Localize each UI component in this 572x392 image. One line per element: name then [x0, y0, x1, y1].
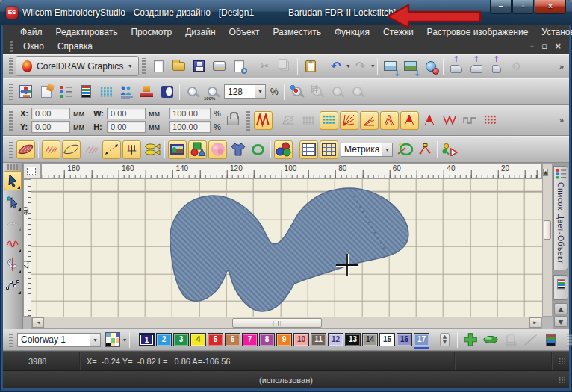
design-notes-button[interactable] [37, 82, 55, 101]
color-swatch-17[interactable]: 17 [414, 333, 429, 346]
cross-fill-button[interactable] [481, 111, 500, 130]
zoom-selection-button[interactable] [287, 82, 306, 101]
dropdown-arrow-icon[interactable]: ▾ [346, 63, 349, 69]
color-swatch-13[interactable]: 13 [345, 333, 361, 346]
new-design-button[interactable] [149, 57, 168, 75]
knife-tool[interactable] [4, 255, 22, 274]
zoom-tool-button[interactable] [183, 82, 202, 101]
title-bar[interactable]: ES Wilcom EmbroideryStudio - Создание ди… [0, 0, 572, 25]
edit-thread-button[interactable] [481, 331, 500, 349]
menu-item-справка[interactable]: Справка [51, 41, 99, 52]
mdi-close-button[interactable]: × [555, 40, 562, 53]
stitch-angles-tool[interactable] [122, 140, 141, 159]
color-swatch-15[interactable]: 15 [379, 333, 395, 346]
feather-edge-button[interactable] [420, 111, 439, 130]
dock-scroll-up-button[interactable]: ▲ [554, 303, 568, 314]
color-swatch-5[interactable]: 5 [208, 333, 223, 346]
measure-tool[interactable] [102, 140, 121, 159]
design-properties-button[interactable] [16, 82, 35, 101]
open-design-button[interactable] [170, 57, 188, 75]
hoop-wand-button[interactable] [395, 140, 414, 159]
toolbar-grip[interactable] [246, 110, 250, 131]
zoom-100-button[interactable]: 100% [203, 82, 222, 101]
color-swatch-4[interactable]: 4 [190, 333, 206, 346]
color-swatch-9[interactable]: 9 [276, 333, 292, 346]
satin-stitch-button[interactable] [254, 111, 273, 130]
toolbar-grip[interactable] [9, 140, 13, 158]
color-swatch-1[interactable]: 1 [139, 333, 155, 346]
print-button[interactable] [210, 57, 229, 75]
color-swatch-6[interactable]: 6 [225, 333, 240, 346]
show-grid-button[interactable] [299, 140, 318, 159]
print-preview-button[interactable] [230, 57, 249, 75]
fusion-fill-tool[interactable] [143, 140, 161, 159]
grid-units-input[interactable] [341, 144, 382, 155]
horizontal-scroll-thumb[interactable] [232, 318, 322, 328]
menu-item-файл[interactable]: Файл [13, 27, 49, 37]
menu-item-окно[interactable]: Окно [16, 41, 51, 52]
grid-units-dropdown-button[interactable]: ▾ [382, 143, 392, 156]
tab-color-object-list[interactable]: Список Цвет-Объект [553, 166, 568, 270]
height-field[interactable] [107, 121, 146, 133]
zoom-level-input[interactable] [225, 87, 255, 97]
scale-x-field[interactable] [169, 108, 211, 119]
toolbar-grip[interactable] [9, 110, 13, 131]
stamp-button[interactable] [137, 82, 156, 101]
color-swatch-7[interactable]: 7 [242, 333, 258, 346]
output-file-button[interactable]: ↑ [487, 57, 506, 75]
color-swatch-2[interactable]: 2 [156, 333, 172, 346]
reshape-tool[interactable] [4, 192, 22, 211]
zoom-dropdown-button[interactable]: ▾ [255, 85, 265, 98]
palette-editor-button[interactable] [103, 331, 122, 349]
thread-colors-button[interactable] [77, 82, 96, 101]
garment-tool[interactable] [229, 140, 247, 159]
menu-item-объект[interactable]: Объект [223, 27, 267, 37]
toolbar-grip[interactable] [9, 83, 13, 100]
menu-item-растровое-изображение[interactable]: Растровое изображение [420, 27, 535, 37]
insert-image-button[interactable]: ↓ [401, 57, 420, 75]
toolbar-overflow-chevron[interactable]: » [557, 116, 566, 125]
reshape-branch-button[interactable] [415, 140, 434, 159]
menu-item-дизайн[interactable]: Дизайн [178, 27, 222, 37]
zigzag-stitch-button[interactable] [441, 111, 459, 130]
menu-item-стежки[interactable]: Стежки [376, 27, 420, 37]
menu-item-разместить[interactable]: Разместить [266, 27, 328, 37]
menu-item-установка[interactable]: Установка [535, 27, 572, 37]
close-button[interactable]: × [535, 0, 566, 14]
radial-fill-button[interactable] [340, 111, 358, 130]
color-swatch-10[interactable]: 10 [293, 333, 309, 346]
team-names-button[interactable] [117, 82, 136, 101]
tab-thread-colors[interactable] [553, 275, 568, 300]
web-design-button[interactable] [421, 57, 440, 75]
undo-button[interactable]: ↶ [326, 57, 345, 75]
feather-both-button[interactable] [400, 111, 419, 130]
complex-fill-tool[interactable] [16, 140, 35, 159]
color-swatch-12[interactable]: 12 [328, 333, 343, 346]
dock-scroll-down-button[interactable]: ▼ [554, 316, 568, 327]
minimize-button[interactable]: – [490, 0, 512, 14]
colorway-dropdown-button[interactable]: ▾ [90, 334, 100, 346]
select-tool[interactable] [4, 171, 22, 190]
embroidery-object[interactable] [170, 188, 408, 311]
aspect-lock-icon[interactable] [227, 116, 239, 125]
vertical-scrollbar[interactable]: ▲ [542, 163, 553, 317]
lowdensity-fill-tool[interactable] [82, 140, 101, 159]
restore-button[interactable]: ▫ [512, 0, 534, 14]
vertical-scroll-thumb[interactable] [544, 220, 551, 240]
insert-artwork-button[interactable] [168, 140, 187, 159]
menu-item-просмотр[interactable]: Просмотр [124, 27, 178, 37]
coreldraw-switch-button[interactable]: CorelDRAW Graphics ▾ [16, 56, 139, 76]
digitize-flower-button[interactable] [441, 140, 459, 159]
toolbar-grip[interactable] [142, 58, 146, 75]
add-color-button[interactable] [461, 331, 479, 349]
scale-y-field[interactable] [169, 121, 211, 133]
menu-item-функция[interactable]: Функция [328, 27, 376, 37]
outline-object-tool[interactable] [62, 140, 81, 159]
scroll-right-button[interactable]: ► [529, 317, 541, 328]
x-field[interactable] [31, 108, 70, 119]
dropdown-arrow-icon[interactable]: ▾ [371, 63, 374, 69]
output-stitches-button[interactable]: ↑ [447, 57, 465, 75]
y-field[interactable] [31, 121, 70, 133]
paste-button[interactable] [301, 57, 320, 75]
toolbar-grip[interactable] [9, 332, 13, 347]
